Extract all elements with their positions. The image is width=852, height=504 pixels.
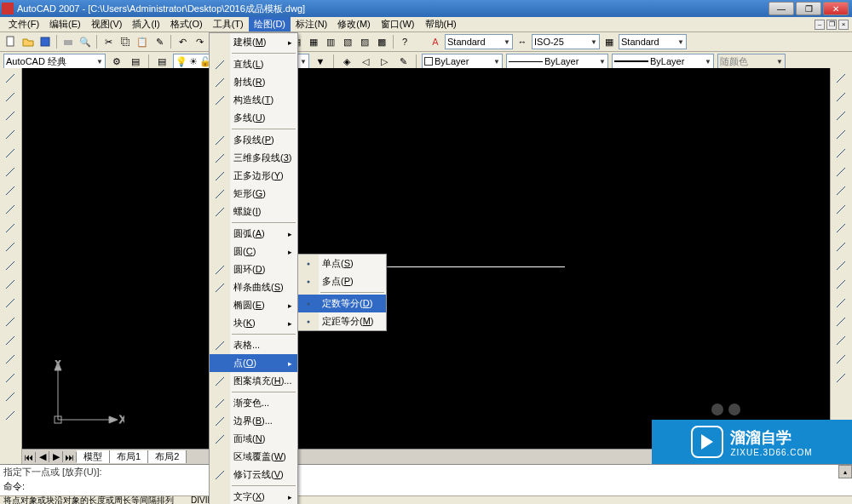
workspace-combo[interactable]: AutoCAD 经典▼ xyxy=(3,54,106,69)
mdi-close[interactable]: × xyxy=(838,20,849,30)
move-icon[interactable] xyxy=(832,163,849,180)
dimstyle-combo[interactable]: ISO-25▼ xyxy=(532,34,600,49)
erase-icon[interactable] xyxy=(832,70,849,87)
markup-icon[interactable]: ▨ xyxy=(357,34,372,49)
command-prompt[interactable]: 命令: xyxy=(0,479,852,494)
gradient-icon[interactable] xyxy=(2,351,19,368)
linetype-combo[interactable]: ByLayer▼ xyxy=(506,54,608,69)
pline-icon[interactable] xyxy=(2,107,19,124)
tab-last-icon[interactable]: ⏭ xyxy=(63,452,77,462)
mdi-restore[interactable]: ❐ xyxy=(826,20,837,30)
menu-10[interactable]: 帮助(H) xyxy=(420,17,462,32)
drawmenu-点(O)[interactable]: 点(O)▸ xyxy=(210,354,297,372)
spline-icon[interactable] xyxy=(2,220,19,237)
arc-icon[interactable] xyxy=(2,163,19,180)
drawmenu-grad[interactable]: 渐变色... xyxy=(210,394,297,412)
color-combo[interactable]: ByLayer▼ xyxy=(422,54,503,69)
array-icon[interactable] xyxy=(832,145,849,162)
command-area[interactable]: ▴ 指定下一点或 [放弃(U)]: 命令: xyxy=(0,464,852,495)
help-icon[interactable]: ? xyxy=(397,34,412,49)
save-icon[interactable] xyxy=(37,34,53,49)
tab-first-icon[interactable]: ⏮ xyxy=(22,452,36,462)
hatch-icon[interactable] xyxy=(2,332,19,349)
menu-6[interactable]: 绘图(D) xyxy=(249,17,291,32)
drawmenu-文字(X)[interactable]: 文字(X)▸ xyxy=(210,488,297,504)
paste-icon[interactable]: 📋 xyxy=(135,34,150,49)
menu-0[interactable]: 文件(F) xyxy=(3,17,44,32)
ellipse-icon[interactable] xyxy=(2,238,19,255)
redo-icon[interactable]: ↷ xyxy=(192,34,207,49)
drawmenu-区域覆盖(W)[interactable]: 区域覆盖(W) xyxy=(210,448,297,466)
tab-prev-icon[interactable]: ◀ xyxy=(36,451,49,462)
drawmenu-helix[interactable]: 螺旋(I) xyxy=(210,203,297,220)
drawmenu-line[interactable]: 直线(L) xyxy=(210,55,297,73)
print-icon[interactable] xyxy=(60,34,76,49)
layout-tab-0[interactable]: 模型 xyxy=(77,450,110,463)
mirror-icon[interactable] xyxy=(832,107,849,124)
menu-8[interactable]: 修改(M) xyxy=(332,17,376,32)
layer-walk-icon[interactable]: ▷ xyxy=(377,54,392,69)
stretch-icon[interactable] xyxy=(832,220,849,237)
region-icon[interactable] xyxy=(2,369,19,387)
ws-save-icon[interactable]: ▤ xyxy=(128,54,143,69)
drawmenu-多线(U)[interactable]: 多线(U) xyxy=(210,109,297,127)
menu-4[interactable]: 格式(O) xyxy=(165,17,208,32)
ws-settings-icon[interactable]: ⚙ xyxy=(109,54,124,69)
copy-icon[interactable]: ⿻ xyxy=(118,34,133,49)
drawmenu-椭圆(E)[interactable]: 椭圆(E)▸ xyxy=(210,296,297,314)
tablestyle-combo[interactable]: Standard▼ xyxy=(619,34,687,49)
break-icon[interactable] xyxy=(832,295,849,312)
cut-icon[interactable]: ✂ xyxy=(101,34,116,49)
tool-pal-icon[interactable]: ▥ xyxy=(323,34,338,49)
match-icon[interactable]: ✎ xyxy=(152,34,167,49)
point-icon[interactable] xyxy=(2,313,19,330)
new-icon[interactable] xyxy=(3,34,19,49)
dcenter-icon[interactable]: ▦ xyxy=(306,34,321,49)
drawmenu-圆(C)[interactable]: 圆(C)▸ xyxy=(210,243,297,261)
sheet-icon[interactable]: ▧ xyxy=(340,34,355,49)
layer-filter-icon[interactable]: ▼ xyxy=(313,54,328,69)
menu-1[interactable]: 编辑(E) xyxy=(44,17,86,32)
drawmenu-region[interactable]: 面域(N) xyxy=(210,430,297,448)
make-block-icon[interactable] xyxy=(2,295,19,312)
ellipse-arc-icon[interactable] xyxy=(2,257,19,274)
drawmenu-bound[interactable]: 边界(B)... xyxy=(210,412,297,430)
drawmenu-donut[interactable]: 圆环(D) xyxy=(210,261,297,278)
cmd-scroll-up-icon[interactable]: ▴ xyxy=(838,465,852,478)
circle-icon[interactable] xyxy=(2,182,19,199)
dimstyle-icon[interactable]: ↔ xyxy=(515,34,530,49)
drawmenu-hatch[interactable]: 图案填充(H)... xyxy=(210,372,297,390)
menu-3[interactable]: 插入(I) xyxy=(127,17,164,32)
draw-menu-dropdown[interactable]: 建模(M)▸直线(L)射线(R)构造线(T)多线(U)多段线(P)三维多段线(3… xyxy=(209,32,298,504)
drawmenu-xline[interactable]: 构造线(T) xyxy=(210,91,297,109)
drawmenu-3dpoly[interactable]: 三维多段线(3) xyxy=(210,149,297,167)
scale-icon[interactable] xyxy=(832,201,849,218)
chamfer-icon[interactable] xyxy=(832,332,849,349)
point-submenu[interactable]: 单点(S)多点(P)定数等分(D)定距等分(M) xyxy=(297,254,387,331)
insert-icon[interactable] xyxy=(2,276,19,293)
layer-match-icon[interactable]: ✎ xyxy=(395,54,411,69)
pointmenu-meas[interactable]: 定距等分(M) xyxy=(298,312,386,330)
plot-preview-icon[interactable]: 🔍 xyxy=(78,34,93,49)
menu-9[interactable]: 窗口(W) xyxy=(376,17,420,32)
menu-7[interactable]: 标注(N) xyxy=(291,17,332,32)
textstyle-combo[interactable]: Standard▼ xyxy=(445,34,513,49)
extend-icon[interactable] xyxy=(832,257,849,274)
tab-next-icon[interactable]: ▶ xyxy=(49,451,63,462)
break-at-icon[interactable] xyxy=(832,276,849,293)
textstyle-icon[interactable]: A xyxy=(428,34,443,49)
minimize-button[interactable]: — xyxy=(769,2,794,15)
join-icon[interactable] xyxy=(832,313,849,330)
drawmenu-polygon[interactable]: 正多边形(Y) xyxy=(210,167,297,185)
line-icon[interactable] xyxy=(2,70,19,87)
drawmenu-块(K)[interactable]: 块(K)▸ xyxy=(210,314,297,332)
layer-prop-icon[interactable]: ▤ xyxy=(154,54,170,69)
menu-2[interactable]: 视图(V) xyxy=(86,17,128,32)
plotstyle-combo[interactable]: 随颜色▼ xyxy=(717,54,786,69)
pointmenu-pt2[interactable]: 多点(P) xyxy=(298,272,386,290)
pointmenu-pt1[interactable]: 单点(S) xyxy=(298,255,386,272)
drawmenu-rect[interactable]: 矩形(G) xyxy=(210,185,297,203)
layout-tab-1[interactable]: 布局1 xyxy=(110,450,148,463)
open-icon[interactable] xyxy=(20,34,36,49)
drawmenu-revcloud[interactable]: 修订云线(V) xyxy=(210,466,297,484)
